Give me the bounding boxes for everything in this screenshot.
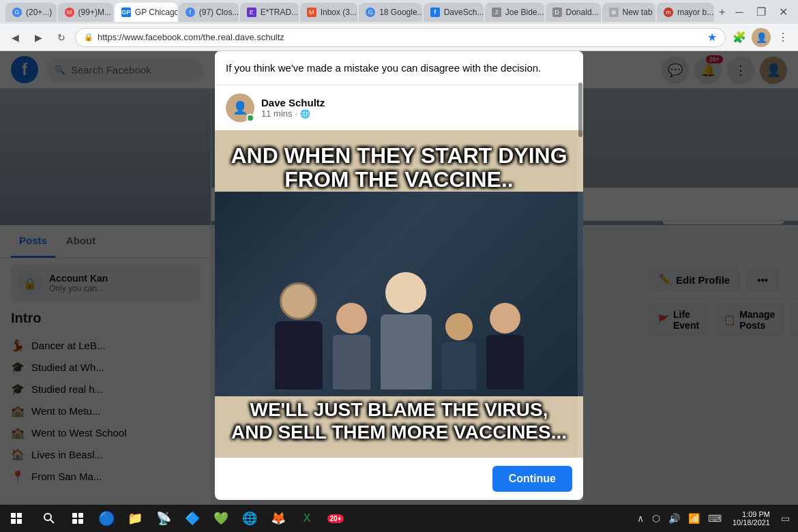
tab-7[interactable]: G 18 Google... ✕: [359, 3, 422, 22]
taskbar-task-view[interactable]: [64, 505, 91, 532]
modal-header: If you think we've made a mistake you ca…: [215, 51, 583, 85]
tab-12-label: mayor b...: [677, 8, 713, 17]
tab-8-favicon: f: [430, 8, 440, 17]
close-button[interactable]: ✕: [773, 3, 793, 22]
scrollbar-thumb: [578, 83, 582, 137]
profile-button[interactable]: 👤: [752, 28, 771, 47]
tab-2-favicon: M: [65, 8, 74, 17]
extensions-button[interactable]: 🧩: [730, 28, 749, 47]
tab-3-label: GP Chicago: [135, 8, 177, 17]
forward-button[interactable]: ▶: [29, 28, 48, 47]
taskbar-file-manager[interactable]: 📁: [121, 505, 149, 532]
taskbar-network[interactable]: 📶: [685, 510, 703, 527]
taskbar-edge[interactable]: 🌐: [236, 505, 263, 532]
taskbar-photoshop[interactable]: 🔷: [179, 505, 206, 532]
windows-taskbar: 🔵 📁 📡 🔷 💚 🌐 🦊 X 20+ ∧ ⬡ 🔊 📶 ⌨ 1:09 PM 10…: [0, 505, 798, 532]
modal-scrollbar[interactable]: [578, 82, 583, 501]
tab-9-favicon: J: [492, 8, 501, 17]
url-text: https://www.facebook.com/the.real.dave.s…: [98, 32, 703, 42]
tab-5[interactable]: E E*TRAD... ✕: [240, 3, 299, 22]
window-controls: ─ ❐ ✕: [730, 3, 793, 22]
svg-rect-0: [11, 513, 16, 518]
nav-actions: 🧩 👤 ⋮: [730, 28, 793, 47]
tab-1-label: (20+...): [26, 8, 52, 17]
person-3-head: [385, 272, 426, 313]
facebook-page: f 🔍 Search Facebook 💬 🔔 20+ ⋮ 👤 Posts Ab…: [0, 51, 798, 532]
tab-8-label: DaveSch...: [444, 8, 484, 17]
tab-3[interactable]: GP GP Chicago ✕: [115, 3, 177, 22]
minimize-button[interactable]: ─: [730, 3, 749, 22]
tab-11-label: New tab: [623, 8, 653, 17]
modal-warning-text: If you think we've made a mistake you ca…: [226, 62, 541, 74]
taskbar-excel[interactable]: X: [293, 505, 321, 532]
person-3-body: [381, 314, 432, 389]
tab-8[interactable]: f DaveSch... ✕: [424, 3, 484, 22]
address-bar[interactable]: 🔒 https://www.facebook.com/the.real.dave…: [75, 28, 726, 47]
new-tab-button[interactable]: +: [715, 3, 728, 22]
tab-1-favicon: G: [12, 8, 22, 17]
tab-6[interactable]: M Inbox (3... ✕: [300, 3, 358, 22]
start-button[interactable]: [0, 505, 33, 532]
svg-rect-8: [72, 519, 77, 524]
post-author-info: Dave Schultz 11 mins · 🌐: [261, 97, 325, 119]
taskbar-chrome[interactable]: 🔵: [93, 505, 120, 532]
taskbar-time-display: 1:09 PM: [733, 510, 770, 518]
taskbar-volume[interactable]: 🔊: [666, 510, 683, 527]
person-2-body: [333, 335, 370, 389]
modal-content[interactable]: 👤 Dave Schultz 11 mins · 🌐 AND WHE: [215, 85, 583, 458]
back-button[interactable]: ◀: [5, 28, 25, 47]
person-1: [275, 282, 323, 389]
tab-12[interactable]: m mayor b... ✕: [657, 3, 715, 22]
meme-top-text: AND WHEN THEY START DYING FROM THE VACCI…: [228, 144, 570, 192]
lock-icon: 🔒: [84, 33, 93, 42]
modal-overlay: If you think we've made a mistake you ca…: [0, 51, 798, 532]
person-5-head: [490, 303, 520, 334]
taskbar-clock[interactable]: 1:09 PM 10/18/2021: [727, 510, 775, 527]
online-indicator: [246, 114, 254, 122]
taskbar-notification-badge: 20+: [322, 505, 349, 532]
taskbar-keyboard[interactable]: ⌨: [705, 510, 724, 527]
tab-11[interactable]: ⊕ New tab ✕: [602, 3, 655, 22]
taskbar-filezilla[interactable]: 📡: [150, 505, 177, 532]
taskbar-dropbox[interactable]: ⬡: [649, 510, 663, 527]
svg-line-5: [50, 520, 54, 523]
tab-3-favicon: GP: [121, 8, 131, 17]
svg-rect-9: [78, 519, 83, 524]
svg-rect-3: [17, 519, 22, 524]
tab-9-label: Joe Bide...: [505, 8, 544, 17]
tab-7-favicon: G: [366, 8, 375, 17]
taskbar-icons: 🔵 📁 📡 🔷 💚 🌐 🦊 X 20+: [33, 505, 352, 532]
tab-1[interactable]: G (20+...) ✕: [5, 3, 57, 22]
nav-bar: ◀ ▶ ↻ 🔒 https://www.facebook.com/the.rea…: [0, 24, 798, 51]
tab-11-favicon: ⊕: [609, 8, 619, 17]
person-4: [442, 313, 476, 389]
system-tray: ∧ ⬡ 🔊 📶 ⌨: [634, 510, 724, 527]
post-time: 11 mins: [261, 108, 293, 119]
taskbar-firefox[interactable]: 🦊: [265, 505, 292, 532]
taskbar-search[interactable]: [35, 505, 63, 532]
restore-button[interactable]: ❐: [752, 3, 771, 22]
tab-10[interactable]: D Donald... ✕: [546, 3, 601, 22]
tab-4-label: (97) Clos...: [199, 8, 239, 17]
tab-4[interactable]: f (97) Clos... ✕: [179, 3, 239, 22]
person-4-body: [442, 342, 476, 389]
task-view-icon: [72, 512, 84, 524]
post-meta: 11 mins · 🌐: [261, 108, 325, 119]
tab-10-favicon: D: [552, 8, 562, 17]
more-button[interactable]: ⋮: [773, 28, 793, 47]
bookmark-icon[interactable]: ★: [707, 31, 717, 44]
tab-10-label: Donald...: [566, 8, 599, 17]
tab-9[interactable]: J Joe Bide... ✕: [485, 3, 544, 22]
taskbar-up-arrow[interactable]: ∧: [634, 510, 647, 527]
person-5: [486, 303, 524, 389]
taskbar-date-display: 10/18/2021: [733, 518, 770, 527]
reload-button[interactable]: ↻: [52, 28, 71, 47]
modal-footer: Continue: [215, 458, 583, 500]
taskbar-show-desktop[interactable]: ▭: [778, 510, 793, 527]
continue-button[interactable]: Continue: [492, 466, 572, 492]
tab-4-favicon: f: [186, 8, 195, 17]
person-1-body: [275, 321, 323, 389]
taskbar-quickbooks[interactable]: 💚: [207, 505, 235, 532]
tab-2[interactable]: M (99+)M... ✕: [58, 3, 113, 22]
tab-6-favicon: M: [307, 8, 316, 17]
